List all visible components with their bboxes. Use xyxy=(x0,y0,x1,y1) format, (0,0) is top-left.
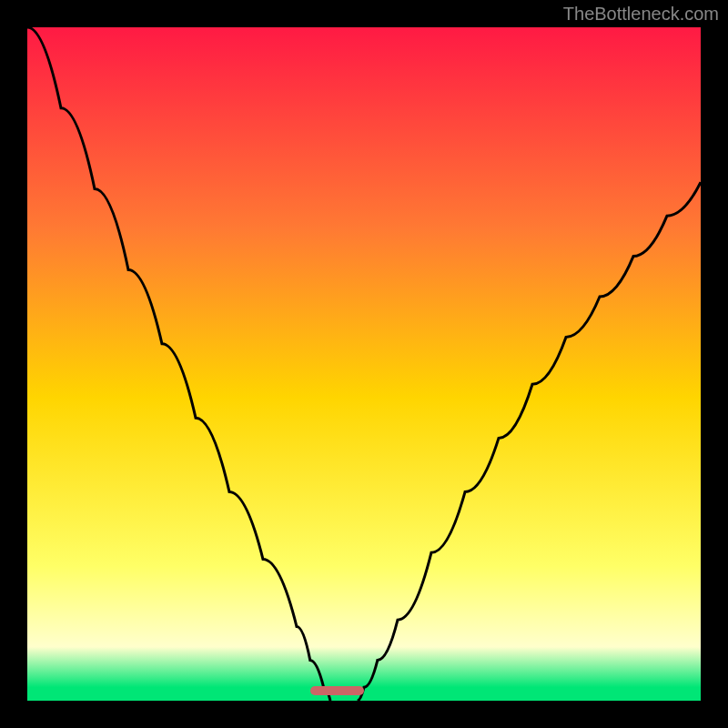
bottleneck-marker xyxy=(310,686,364,695)
right-curve xyxy=(358,182,701,701)
plot-area xyxy=(27,27,701,701)
watermark-text: TheBottleneck.com xyxy=(563,4,719,25)
curve-layer xyxy=(27,27,701,701)
left-curve xyxy=(27,27,330,701)
